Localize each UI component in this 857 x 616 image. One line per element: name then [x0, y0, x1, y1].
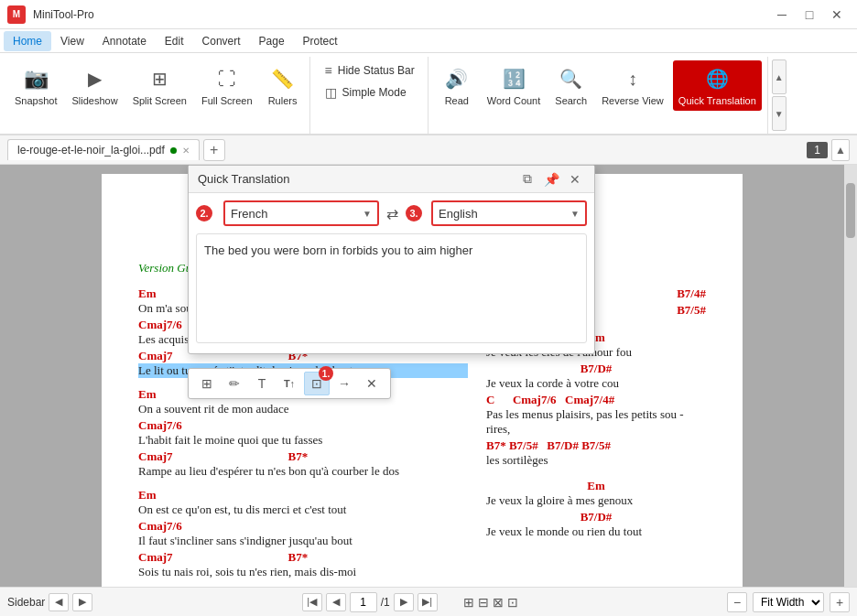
- qt-body: 2. French ▼ ⇄ 3. English ▼: [189, 193, 594, 353]
- maximize-button[interactable]: □: [797, 4, 822, 26]
- sidebar-next-button[interactable]: ▶: [72, 593, 92, 611]
- pdf-right-chord-b7d2: B7/D#: [486, 510, 706, 524]
- read-label: Read: [445, 95, 469, 107]
- tab-chevron-button[interactable]: ▲: [831, 139, 850, 161]
- qt-close-button[interactable]: ✕: [565, 169, 585, 189]
- read-button[interactable]: 🔊 Read: [436, 60, 478, 111]
- simplemode-button[interactable]: ◫ Simple Mode: [318, 82, 422, 103]
- reverseview-button[interactable]: ↕ Reverse View: [596, 60, 669, 111]
- simplemode-icon: ◫: [325, 85, 337, 100]
- tab-label: le-rouge-et-le-noir_la-gloi...pdf: [17, 144, 165, 157]
- zoom-out-button[interactable]: −: [727, 592, 747, 612]
- pdf-right-chord-b7d: B7/D#: [486, 362, 706, 376]
- qt-lang-row: 2. French ▼ ⇄ 3. English ▼: [196, 200, 587, 226]
- tab-page-number: 1: [807, 142, 828, 158]
- splitscreen-label: Split Screen: [133, 95, 187, 107]
- ribbon-next-button[interactable]: ▼: [772, 96, 786, 131]
- status-last-page-button[interactable]: ▶|: [418, 593, 438, 611]
- status-center-section: |◀ ◀ /1 ▶ ▶| ⊞ ⊟ ⊠ ⊡: [100, 592, 720, 612]
- status-icon-grid3[interactable]: ⊠: [493, 595, 504, 610]
- mini-textbox-button[interactable]: T↑: [277, 372, 302, 395]
- scrollbar-thumb[interactable]: [846, 183, 855, 238]
- pdf-chord-line-9: Cmaj7 B7*: [138, 550, 468, 565]
- status-first-page-button[interactable]: |◀: [302, 593, 322, 611]
- search-label: Search: [555, 95, 587, 107]
- mini-text-button[interactable]: T: [249, 372, 275, 395]
- sidebar-prev-button[interactable]: ◀: [49, 593, 69, 611]
- reverseview-label: Reverse View: [602, 95, 664, 107]
- status-bar: Sidebar ◀ ▶ |◀ ◀ /1 ▶ ▶| ⊞ ⊟ ⊠ ⊡ − Fit W…: [0, 587, 857, 616]
- wordcount-label: Word Count: [487, 95, 541, 107]
- qt-pin-button[interactable]: 📌: [541, 169, 561, 189]
- search-button[interactable]: 🔍 Search: [549, 60, 592, 111]
- menu-home[interactable]: Home: [4, 31, 51, 51]
- close-window-button[interactable]: ✕: [824, 4, 850, 26]
- scrollbar-right[interactable]: [844, 165, 857, 587]
- menu-page[interactable]: Page: [250, 31, 294, 51]
- ribbon-small-items: ≡ Hide Status Bar ◫ Simple Mode: [318, 57, 422, 103]
- window-controls: ─ □ ✕: [769, 4, 850, 26]
- pdf-chord-line-6: Cmaj7 B7*: [138, 449, 468, 464]
- mini-copy-button[interactable]: ⊞: [194, 372, 220, 395]
- quicktrans-label: Quick Translation: [678, 95, 756, 107]
- menu-edit[interactable]: Edit: [156, 31, 193, 51]
- status-prev-page-button[interactable]: ◀: [326, 593, 346, 611]
- pdf-chord-em3: Em: [138, 488, 468, 503]
- simplemode-label: Simple Mode: [342, 86, 407, 99]
- menu-convert[interactable]: Convert: [193, 31, 250, 51]
- pdf-lyric-8: Il faut s'incliner sans s'indigner jusqu…: [138, 534, 468, 548]
- mini-translate-wrapper: ⊡ 1.: [304, 372, 330, 395]
- menu-protect[interactable]: Protect: [294, 31, 347, 51]
- wordcount-button[interactable]: 🔢 Word Count: [482, 60, 547, 111]
- pdf-right-chords-row: C Cmaj7/6 Cmaj7/4#: [486, 393, 706, 407]
- pdf-lyric-4: On a souvent rit de mon audace: [138, 402, 468, 416]
- fullscreen-icon: ⛶: [212, 64, 242, 93]
- qt-source-lang-select[interactable]: French ▼: [223, 200, 379, 226]
- quicktrans-button[interactable]: 🌐 Quick Translation: [673, 60, 762, 111]
- app-logo: M: [7, 5, 26, 24]
- slideshow-button[interactable]: ▶ Slideshow: [66, 60, 123, 111]
- hidestatus-button[interactable]: ≡ Hide Status Bar: [318, 60, 422, 81]
- ribbon-prev-button[interactable]: ▲: [772, 59, 786, 94]
- menu-bar: Home View Annotate Edit Convert Page Pro…: [0, 29, 857, 53]
- zoom-in-button[interactable]: +: [830, 592, 850, 612]
- status-icon-grid2[interactable]: ⊟: [478, 595, 489, 610]
- mini-highlight-button[interactable]: ✏: [222, 372, 247, 395]
- status-next-page-button[interactable]: ▶: [394, 593, 414, 611]
- qt-swap-icon[interactable]: ⇄: [385, 205, 400, 222]
- pdf-right-chord-b74: B7/4#: [677, 286, 706, 301]
- menu-annotate[interactable]: Annotate: [93, 31, 156, 51]
- mini-share-button[interactable]: →: [331, 372, 357, 395]
- quicktrans-icon: 🌐: [702, 64, 732, 93]
- mini-close-button[interactable]: ✕: [359, 372, 385, 395]
- status-icon-grid1[interactable]: ⊞: [463, 595, 474, 610]
- zoom-level-select[interactable]: Fit Width: [753, 592, 824, 612]
- qt-target-lang-select[interactable]: English ▼: [431, 200, 587, 226]
- content-area: La gloire à mes geno Le rouge et le noir…: [0, 165, 844, 587]
- pdf-chord-cmaj7-2: Cmaj7: [138, 449, 173, 463]
- status-icon-grid4[interactable]: ⊡: [507, 595, 518, 610]
- fullscreen-button[interactable]: ⛶ Full Screen: [196, 60, 258, 111]
- rulers-label: Rulers: [268, 95, 298, 107]
- minimize-button[interactable]: ─: [769, 4, 795, 26]
- splitscreen-button[interactable]: ⊞ Split Screen: [127, 60, 192, 111]
- status-total-pages: /1: [381, 596, 390, 609]
- wordcount-icon: 🔢: [499, 64, 528, 93]
- qt-copy-window-button[interactable]: ⧉: [517, 169, 537, 189]
- pdf-right-lyric-5: Je veux le monde ou rien du tout: [486, 524, 706, 539]
- fullscreen-label: Full Screen: [201, 95, 253, 107]
- snapshot-label: Snapshot: [15, 95, 57, 107]
- reverseview-icon: ↕: [618, 64, 647, 93]
- menu-view[interactable]: View: [51, 31, 93, 51]
- add-tab-button[interactable]: +: [203, 139, 225, 161]
- mini-badge-1: 1.: [319, 366, 333, 381]
- tab-close-button[interactable]: ✕: [182, 146, 190, 156]
- snapshot-button[interactable]: 📷 Snapshot: [9, 60, 62, 111]
- splitscreen-icon: ⊞: [145, 64, 174, 93]
- qt-translated-text[interactable]: [196, 233, 587, 343]
- pdf-right-chord-b75: B7/5#: [677, 303, 706, 317]
- ribbon-group-small: ≡ Hide Status Bar ◫ Simple Mode: [312, 57, 428, 134]
- rulers-button[interactable]: 📏 Rulers: [262, 60, 304, 111]
- pdf-tab[interactable]: le-rouge-et-le-noir_la-gloi...pdf ✕: [7, 139, 200, 160]
- status-page-input[interactable]: [350, 592, 377, 612]
